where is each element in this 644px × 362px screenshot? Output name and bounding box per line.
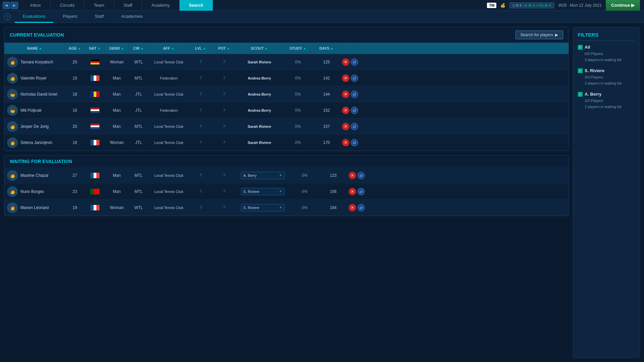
help-icon[interactable]: ? (4, 13, 11, 20)
week-info: W28 · Mon 12 July 2021 (558, 3, 602, 8)
filter-checkbox[interactable]: ✓ (578, 92, 583, 97)
search-players-button[interactable]: Search for players ▶ (515, 31, 563, 39)
col-actions (340, 43, 360, 54)
table-row: 🧑 Nuno Borges 23 Man MTL Local Tennis Cl… (4, 184, 568, 200)
player-name-cell[interactable]: 👦 Nicholas David Ionel (4, 86, 65, 102)
player-nat (85, 200, 105, 215)
col-pot[interactable]: POT▲ (212, 43, 236, 54)
player-name-cell[interactable]: 🧑 Nuno Borges (4, 184, 65, 199)
remove-button[interactable]: ✕ (342, 91, 349, 98)
nav-staff[interactable]: Staff (114, 0, 142, 11)
col-lvl[interactable]: LVL▲ (189, 43, 212, 54)
current-eval-table-header: NAME▲ AGE▲ NAT▲ GEND▲ CIR▲ AFF▲ LVL▲ POT… (4, 43, 568, 54)
player-pot: ? (212, 54, 236, 70)
filter-check-row: ✓ All (578, 45, 635, 50)
player-name-cell[interactable]: 👦 Mili Poljicak (4, 102, 65, 118)
player-nat (85, 135, 105, 150)
table-row: 🧑 Maxime Chazal 27 Man MTL Local Tennis … (4, 167, 568, 184)
transfer-button[interactable]: ⇄ (357, 204, 365, 211)
player-days: 157 (313, 118, 340, 134)
continue-button[interactable]: Continue ▶ (606, 0, 640, 11)
player-name-cell[interactable]: 👩 Tamara Korpatsch (4, 54, 65, 70)
filter-checkbox[interactable]: ✓ (578, 68, 583, 73)
transfer-button[interactable]: ⇄ (351, 74, 358, 82)
subnav-academies[interactable]: Academies (113, 11, 151, 23)
player-nat (85, 184, 105, 199)
player-nat (85, 167, 105, 183)
player-days: 125 (313, 54, 340, 70)
player-study: 0% (283, 86, 313, 102)
transfer-button[interactable]: ⇄ (351, 58, 358, 66)
player-aff: Local Tennis Club (149, 184, 189, 199)
transfer-button[interactable]: ⇄ (351, 123, 358, 130)
remove-button[interactable]: ✕ (349, 172, 356, 179)
col-name[interactable]: NAME▲ (4, 43, 65, 54)
col-gend[interactable]: GEND▲ (105, 43, 129, 54)
filter-group: ✓ A. Berry 3/3 Players 1 players in wait… (578, 92, 635, 110)
scout-dropdown[interactable]: A. Berry ▼ (241, 172, 285, 179)
remove-button[interactable]: ✕ (342, 139, 349, 146)
player-days: 170 (313, 135, 340, 150)
remove-button[interactable]: ✕ (342, 123, 349, 130)
transfer-button[interactable]: ⇄ (357, 188, 365, 195)
remove-button[interactable]: ✕ (342, 74, 349, 82)
scout-dropdown[interactable]: S. Riviere ▼ (241, 204, 285, 211)
player-gender: Man (105, 184, 129, 199)
filter-checkbox[interactable]: ✓ (578, 45, 583, 50)
player-nat (85, 86, 105, 102)
col-days[interactable]: DAYS▲ (313, 43, 340, 54)
player-name: Maxime Chazal (20, 173, 48, 178)
col-age[interactable]: AGE▲ (65, 43, 85, 54)
player-gender: Man (105, 167, 129, 183)
player-lvl: ? (189, 70, 212, 86)
player-study: 0% (283, 135, 313, 150)
remove-button[interactable]: ✕ (342, 58, 349, 66)
player-age: 25 (65, 54, 85, 70)
player-age: 23 (65, 184, 85, 199)
transfer-button[interactable]: ⇄ (357, 172, 365, 179)
player-name-cell[interactable]: 👩 Manon Leonard (4, 200, 65, 215)
player-cir: MTL (129, 70, 149, 86)
player-scout: Sarah Riviere (236, 54, 283, 70)
back-button[interactable]: ◀ (3, 2, 10, 9)
col-cir[interactable]: CIR▲ (129, 43, 149, 54)
subnav-evaluations[interactable]: Evaluations (15, 11, 53, 23)
player-name-cell[interactable]: 🧑 Jesper De Jong (4, 118, 65, 134)
filters-title: FILTERS (578, 32, 635, 41)
player-lvl: ? (189, 54, 212, 70)
forward-button[interactable]: ▶ (11, 2, 18, 9)
waiting-eval-title: WAITING FOR EVALUATION (10, 159, 72, 164)
col-aff[interactable]: AFF▲ (149, 43, 189, 54)
player-name-cell[interactable]: 🧑 Valentin Royer (4, 70, 65, 86)
filter-check-row: ✓ S. Riviere (578, 68, 635, 73)
player-age: 27 (65, 167, 85, 183)
remove-button[interactable]: ✕ (342, 107, 349, 114)
transfer-button[interactable]: ⇄ (351, 107, 358, 114)
nav-search[interactable]: Search (180, 0, 213, 11)
player-cir: WTL (129, 200, 149, 215)
subnav-players[interactable]: Players (55, 11, 85, 23)
remove-button[interactable]: ✕ (349, 188, 356, 195)
col-study[interactable]: STUDY▲ (283, 43, 313, 54)
chevron-down-icon: ▼ (279, 190, 282, 193)
avatar: 👦 (7, 89, 18, 100)
scout-dropdown[interactable]: S. Riviere ▼ (241, 188, 285, 195)
player-scout: Sarah Riviere (236, 118, 283, 134)
nav-inbox[interactable]: Inbox (21, 0, 51, 11)
nav-academy[interactable]: Academy (142, 0, 179, 11)
player-name-cell[interactable]: 🧑 Maxime Chazal (4, 167, 65, 183)
player-actions: ✕ ⇄ (340, 102, 360, 118)
player-actions: ✕ ⇄ (347, 200, 367, 215)
col-scout[interactable]: SCOUT▲ (236, 43, 283, 54)
nav-team[interactable]: Team (84, 0, 114, 11)
nav-circuits[interactable]: Circuits (51, 0, 84, 11)
player-lvl: ? (189, 86, 212, 102)
col-nat[interactable]: NAT▲ (85, 43, 105, 54)
subnav-staff[interactable]: Staff (87, 11, 112, 23)
player-aff: Local Tennis Club (149, 118, 189, 134)
transfer-button[interactable]: ⇄ (351, 139, 358, 146)
transfer-button[interactable]: ⇄ (351, 91, 358, 98)
player-name-cell[interactable]: 👩 Selena Janicijevic (4, 135, 65, 150)
remove-button[interactable]: ✕ (349, 204, 356, 211)
filter-groups: ✓ All 6/6 Players 3 players in waiting l… (578, 45, 635, 110)
